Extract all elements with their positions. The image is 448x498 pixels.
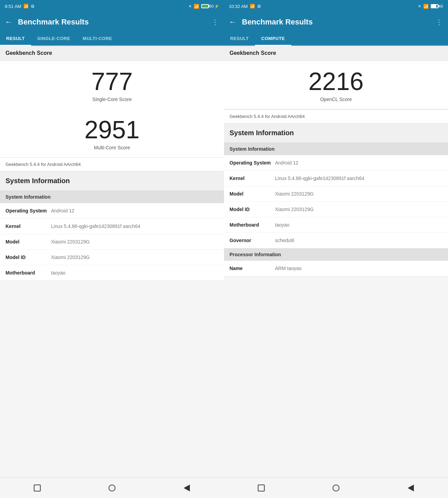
row-value: Xiaomi 2203129G: [275, 191, 442, 197]
processor-subsection-right: Processor Information: [224, 248, 448, 261]
tab-single-core-left[interactable]: SINGLE-CORE: [31, 32, 77, 45]
table-row: Model Xiaomi 2203129G: [0, 234, 224, 250]
table-row: Kernel Linux 5.4.86-qgki-gafe14230891f a…: [0, 219, 224, 234]
time-left: 8:51 AM: [5, 4, 21, 9]
system-info-subsection-left: System Information: [0, 191, 224, 203]
right-panel: 10:32 AM 📶 ⚙ ✕ 📶 66 ← Benchmark Results …: [224, 0, 448, 498]
table-row: Operating System Android 12: [0, 203, 224, 219]
charging-icon: ⚡: [214, 4, 219, 9]
wifi-icon-right: 📶: [423, 4, 429, 9]
tabs-right: RESULT COMPUTE: [224, 32, 448, 46]
row-key: Model ID: [230, 207, 271, 212]
nfc-icon-right: 📶: [250, 4, 255, 9]
nav-bar-left: [0, 477, 224, 498]
nav-back-left[interactable]: [182, 483, 192, 493]
app-bar-left: ← Benchmark Results ⋮: [0, 12, 224, 32]
wifi-icon: 📶: [194, 4, 199, 9]
table-row: Model Xiaomi 2203129G: [224, 186, 448, 202]
nav-home-right[interactable]: [331, 483, 341, 493]
tab-result-left[interactable]: RESULT: [0, 32, 31, 45]
system-info-section-right: System Information: [224, 123, 448, 143]
app-bar-title-right: Benchmark Results: [242, 18, 436, 27]
tab-multi-core-left[interactable]: MULTI-CORE: [77, 32, 119, 45]
time-right: 10:32 AM: [229, 4, 248, 9]
row-key: Governor: [230, 238, 271, 243]
row-value: Android 12: [51, 208, 218, 213]
content-left: Geekbench Score 777 Single-Core Score 29…: [0, 46, 224, 477]
back-button-right[interactable]: ←: [229, 18, 236, 27]
score-multi-core-label: Multi-Core Score: [6, 145, 218, 150]
row-key: Operating System: [230, 160, 271, 166]
row-key: Kernel: [6, 223, 47, 229]
status-right-right: ✕ 📶 66: [418, 4, 443, 9]
settings-icon: ⚙: [31, 4, 35, 9]
geekbench-header-left: Geekbench Score: [0, 46, 224, 61]
table-row: Model ID Xiaomi 2203129G: [224, 202, 448, 217]
tab-result-right[interactable]: RESULT: [224, 32, 255, 45]
table-row: Governor schedutil: [224, 233, 448, 248]
system-info-section-left: System Information: [0, 171, 224, 191]
system-info-subsection-right: System Information: [224, 143, 448, 155]
row-key: Model: [230, 191, 271, 197]
status-right-left: ✕ 📶 50 ⚡: [189, 4, 219, 9]
score-opencl: 2216 OpenCL Score: [224, 61, 448, 109]
score-single-core: 777 Single-Core Score: [0, 61, 224, 109]
row-value: Linux 5.4.86-qgki-gafe14230891f aarch64: [275, 176, 442, 181]
score-multi-core: 2951 Multi-Core Score: [0, 109, 224, 157]
menu-button-left[interactable]: ⋮: [212, 18, 219, 26]
row-value: Android 12: [275, 160, 442, 166]
row-value: schedutil: [275, 238, 442, 243]
score-single-core-number: 777: [6, 69, 218, 94]
nav-home-left[interactable]: [107, 483, 117, 493]
nfc-icon: 📶: [23, 4, 29, 9]
table-row: Model ID Xiaomi 2203129G: [0, 250, 224, 265]
table-row: Motherboard taoyao: [224, 217, 448, 233]
status-left-right: 10:32 AM 📶 ⚙: [229, 4, 261, 9]
processor-table-right: Name ARM taoyao: [224, 261, 448, 276]
nav-bar-right: [224, 477, 448, 498]
system-info-table-right: Operating System Android 12 Kernel Linux…: [224, 155, 448, 248]
nav-square-left[interactable]: [32, 483, 42, 493]
tabs-left: RESULT SINGLE-CORE MULTI-CORE: [0, 32, 224, 46]
score-multi-core-number: 2951: [6, 117, 218, 142]
status-bar-right: 10:32 AM 📶 ⚙ ✕ 📶 66: [224, 0, 448, 12]
menu-button-right[interactable]: ⋮: [436, 18, 443, 26]
nav-square-right[interactable]: [256, 483, 266, 493]
row-value: taoyao: [275, 222, 442, 228]
row-value: ARM taoyao: [275, 266, 442, 271]
table-row: Operating System Android 12: [224, 155, 448, 171]
row-key: Motherboard: [230, 222, 271, 228]
back-button-left[interactable]: ←: [5, 18, 12, 27]
info-line-left: Geekbench 5.4.4 for Android AArch64: [0, 157, 224, 171]
row-key: Model: [6, 239, 47, 245]
row-key: Name: [230, 266, 271, 271]
row-key: Operating System: [6, 208, 47, 213]
app-bar-right: ← Benchmark Results ⋮: [224, 12, 448, 32]
tab-compute-right[interactable]: COMPUTE: [255, 32, 291, 45]
row-value: Linux 5.4.86-qgki-gafe14230891f aarch64: [51, 223, 218, 229]
row-key: Kernel: [230, 176, 271, 181]
nav-back-right[interactable]: [406, 483, 416, 493]
score-opencl-number: 2216: [230, 69, 442, 94]
close-icon: ✕: [189, 4, 192, 9]
table-row: Kernel Linux 5.4.86-qgki-gafe14230891f a…: [224, 171, 448, 186]
table-row: Name ARM taoyao: [224, 261, 448, 276]
settings-icon-right: ⚙: [257, 4, 261, 9]
close-icon-right: ✕: [418, 4, 421, 9]
table-row: Motherboard taoyao: [0, 265, 224, 281]
system-info-table-left: Operating System Android 12 Kernel Linux…: [0, 203, 224, 281]
row-key: Model ID: [6, 255, 47, 260]
battery-left: 50 ⚡: [201, 4, 219, 9]
score-single-core-label: Single-Core Score: [6, 97, 218, 102]
row-value: Xiaomi 2203129G: [275, 207, 442, 212]
row-value: taoyao: [51, 270, 218, 276]
app-bar-title-left: Benchmark Results: [18, 18, 212, 27]
score-opencl-label: OpenCL Score: [230, 97, 442, 102]
content-right: Geekbench Score 2216 OpenCL Score Geekbe…: [224, 46, 448, 477]
row-key: Motherboard: [6, 270, 47, 276]
status-bar-left: 8:51 AM 📶 ⚙ ✕ 📶 50 ⚡: [0, 0, 224, 12]
row-value: Xiaomi 2203129G: [51, 239, 218, 245]
left-panel: 8:51 AM 📶 ⚙ ✕ 📶 50 ⚡ ← Benchmark Results…: [0, 0, 224, 498]
status-left: 8:51 AM 📶 ⚙: [5, 4, 35, 9]
info-line-right: Geekbench 5.4.4 for Android AArch64: [224, 109, 448, 123]
